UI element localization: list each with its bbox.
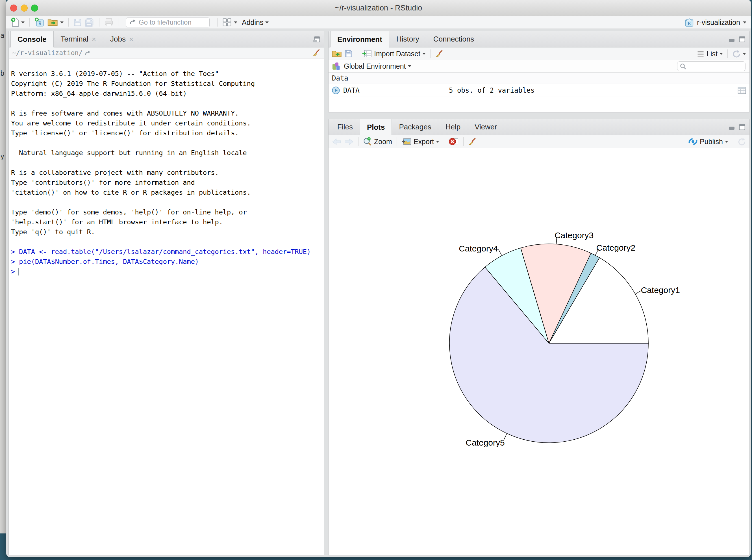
tab-plots[interactable]: Plots (360, 119, 392, 135)
save-workspace-icon[interactable] (345, 50, 352, 58)
clear-console-broom-icon[interactable] (312, 48, 321, 57)
console-output-line: Type 'license()' or 'licence()' for dist… (11, 128, 322, 138)
tab-viewer[interactable]: Viewer (468, 119, 504, 135)
environment-pane: EnvironmentHistoryConnections (328, 31, 750, 113)
workspace: ConsoleTerminal×Jobs× ~/r-visualization/ (6, 29, 751, 557)
column-divider (445, 85, 445, 96)
refresh-environment-button[interactable] (732, 49, 746, 58)
project-name-label: r-visualization (697, 18, 740, 26)
expand-object-play-icon[interactable] (332, 86, 340, 94)
previous-plot-icon[interactable] (332, 138, 342, 145)
console-output-line (11, 198, 322, 207)
console-input-line: > DATA <- read.table("/Users/lsalazar/co… (11, 247, 322, 257)
background-text-fragment: b (0, 69, 4, 77)
view-table-icon[interactable] (737, 87, 746, 94)
tab-label: Jobs (110, 35, 126, 43)
new-project-button[interactable]: R (35, 17, 45, 27)
publish-label: Publish (700, 138, 723, 146)
minimize-window-icon[interactable] (21, 4, 28, 12)
publish-icon (688, 138, 698, 145)
tab-connections[interactable]: Connections (426, 31, 481, 47)
pane-layout-button[interactable] (222, 18, 237, 26)
refresh-plot-icon[interactable] (737, 137, 746, 146)
clear-environment-broom-icon[interactable] (435, 49, 444, 58)
print-button[interactable] (104, 18, 113, 26)
zoom-plot-button[interactable]: Zoom (363, 137, 392, 146)
close-window-icon[interactable] (10, 4, 17, 12)
console-output-line: You are welcome to redistribute it under… (11, 118, 322, 128)
maximize-pane-icon[interactable] (739, 124, 746, 130)
console-output-line: Copyright (C) 2019 The R Foundation for … (11, 79, 322, 89)
minimize-pane-icon[interactable] (729, 124, 735, 130)
printer-icon (104, 18, 113, 26)
environment-search-input[interactable] (688, 63, 743, 70)
panes-grid-icon (222, 18, 232, 26)
open-file-button[interactable] (47, 18, 64, 27)
publish-button[interactable]: Publish (688, 138, 728, 146)
project-menu-button[interactable]: R r-visualization (685, 18, 746, 27)
tab-environment[interactable]: Environment (330, 31, 389, 47)
pie-label-tick (499, 249, 502, 256)
save-button[interactable] (74, 18, 82, 26)
next-plot-icon[interactable] (344, 138, 354, 145)
pie-label-category5: Category5 (466, 438, 505, 447)
tab-packages[interactable]: Packages (392, 119, 438, 135)
environment-scope-dropdown[interactable]: Global Environment (344, 62, 411, 71)
console-output[interactable]: R version 3.6.1 (2019-07-05) -- "Action … (9, 59, 324, 556)
addins-button[interactable]: Addins (242, 18, 269, 26)
maximize-pane-icon[interactable] (739, 36, 746, 42)
chevron-down-icon (21, 21, 25, 23)
r-project-cube-icon: R (685, 18, 694, 27)
titlebar[interactable]: ~/r-visualization - RStudio (6, 0, 751, 16)
zoom-magnifier-icon (363, 137, 372, 146)
background-text-fragment: a (0, 32, 4, 40)
addins-label: Addins (242, 18, 263, 26)
tab-close-icon[interactable]: × (92, 36, 96, 43)
pie-label-category1: Category1 (641, 285, 680, 295)
import-dataset-button[interactable]: Import Dataset (362, 49, 426, 58)
export-label: Export (413, 138, 434, 146)
tab-label: Files (337, 123, 353, 132)
desktop: a b y ~/r-visualization - RStudio (0, 0, 752, 560)
goto-directory-arrow-icon[interactable] (85, 50, 92, 56)
main-toolbar: R (6, 16, 751, 29)
save-all-button[interactable] (85, 18, 94, 26)
tab-close-icon[interactable]: × (129, 36, 133, 43)
clear-plots-broom-icon[interactable] (468, 137, 476, 146)
console-output-line: Type 'contributors()' for more informati… (11, 178, 322, 187)
plots-toolbar: Zoom Export (328, 135, 749, 148)
goto-file-function-input[interactable] (139, 18, 206, 26)
console-output-line: Platform: x86_64-apple-darwin15.6.0 (64-… (11, 89, 322, 99)
tab-label: Console (18, 35, 47, 44)
minimize-pane-icon[interactable] (729, 36, 735, 42)
tab-console[interactable]: Console (11, 31, 54, 47)
save-icon (74, 18, 82, 26)
maximize-pane-icon[interactable] (313, 36, 320, 43)
open-folder-icon (47, 18, 58, 27)
zoom-window-icon[interactable] (31, 4, 38, 12)
toolbar-divider (358, 137, 359, 146)
load-workspace-folder-icon[interactable] (332, 49, 342, 58)
console-output-line: 'help.start()' for an HTML browser inter… (11, 217, 322, 227)
new-file-button[interactable] (11, 17, 25, 27)
chevron-down-icon (719, 53, 723, 55)
tab-files[interactable]: Files (330, 119, 360, 135)
export-plot-button[interactable]: Export (402, 137, 439, 146)
console-pane: ConsoleTerminal×Jobs× ~/r-visualization/ (8, 31, 324, 556)
tab-history[interactable]: History (389, 31, 426, 47)
chevron-down-icon (265, 21, 269, 23)
pie-label-category3: Category3 (554, 231, 593, 240)
console-output-line: Type 'q()' to quit R. (11, 227, 322, 237)
plots-pane: FilesPlotsPackagesHelpViewer (328, 119, 750, 556)
environment-object-row[interactable]: DATA 5 obs. of 2 variables (328, 84, 749, 97)
tab-label: History (397, 35, 419, 43)
environment-view-mode-button[interactable]: List (697, 50, 723, 58)
tab-jobs[interactable]: Jobs× (103, 31, 140, 47)
remove-plot-icon[interactable] (449, 137, 459, 146)
tab-terminal[interactable]: Terminal× (54, 31, 103, 47)
goto-file-function-box[interactable] (126, 18, 210, 27)
plots-tabbar: FilesPlotsPackagesHelpViewer (328, 119, 749, 135)
tab-label: Viewer (474, 123, 497, 132)
environment-search-box[interactable] (677, 61, 746, 71)
tab-help[interactable]: Help (439, 119, 468, 135)
